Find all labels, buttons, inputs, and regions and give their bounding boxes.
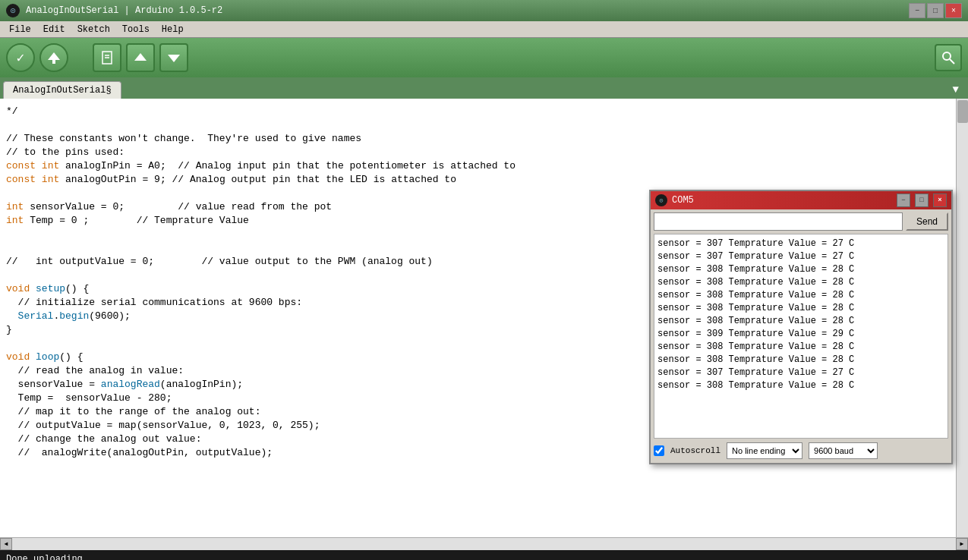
line-ending-select[interactable]: No line ending Newline Carriage return B… — [727, 442, 802, 459]
com-output-line-10: sensor = 307 Temprature Value = 27 C — [657, 367, 944, 379]
minimize-button[interactable]: − — [909, 3, 925, 18]
verify-button[interactable]: ✓ — [6, 43, 35, 72]
com-output-line-6: sensor = 308 Temprature Value = 28 C — [657, 315, 944, 328]
menu-edit[interactable]: Edit — [37, 23, 71, 36]
upload-button[interactable] — [39, 43, 68, 72]
window-controls: − □ × — [909, 3, 962, 18]
autoscroll-label: Autoscroll — [670, 446, 720, 455]
tab-analog-in-out-serial[interactable]: AnalogInOutSerial§ — [3, 81, 121, 99]
menu-bar: File Edit Sketch Tools Help — [0, 21, 968, 38]
console-area: Done uploading. Binary sketch size: 2,65… — [0, 549, 968, 560]
svg-marker-6 — [168, 55, 180, 62]
com-send-button[interactable]: Send — [906, 212, 948, 231]
app-logo — [6, 4, 20, 17]
autoscroll-checkbox[interactable] — [654, 445, 664, 456]
scroll-track[interactable] — [12, 538, 956, 550]
new-button[interactable] — [93, 43, 121, 72]
menu-help[interactable]: Help — [156, 23, 190, 36]
svg-point-7 — [943, 52, 951, 60]
tab-dropdown-arrow[interactable]: ▼ — [947, 80, 965, 99]
console-line-1: Done uploading. — [6, 552, 962, 560]
svg-line-8 — [950, 59, 954, 64]
com-output-line-2: sensor = 308 Temprature Value = 28 C — [657, 263, 944, 276]
com-close-button[interactable]: × — [933, 193, 947, 207]
scroll-right-arrow[interactable]: ▶ — [956, 538, 968, 550]
com-output-line-1: sensor = 307 Temprature Value = 27 C — [657, 250, 944, 263]
com-output: sensor = 307 Temprature Value = 27 C sen… — [654, 234, 948, 439]
menu-sketch[interactable]: Sketch — [71, 23, 116, 36]
com-footer: Autoscroll No line ending Newline Carria… — [651, 439, 951, 463]
com-window: ⊙ COM5 − □ × Send sensor = 307 Tempratur… — [649, 190, 953, 464]
com-output-line-7: sensor = 309 Temprature Value = 29 C — [657, 328, 944, 341]
scroll-left-arrow[interactable]: ◀ — [0, 538, 12, 550]
com-output-line-9: sensor = 308 Temprature Value = 28 C — [657, 354, 944, 367]
search-button[interactable] — [935, 44, 962, 71]
tab-bar: AnalogInOutSerial§ ▼ — [0, 77, 968, 99]
com-output-line-3: sensor = 308 Temprature Value = 28 C — [657, 276, 944, 289]
horizontal-scrollbar[interactable]: ◀ ▶ — [0, 537, 968, 549]
save-button[interactable] — [159, 43, 188, 72]
com-minimize-button[interactable]: − — [897, 193, 910, 207]
menu-tools[interactable]: Tools — [116, 23, 156, 36]
title-text: AnalogInOutSerial | Arduino 1.0.5-r2 — [26, 5, 903, 16]
com-title-text: COM5 — [672, 195, 892, 206]
com-output-line-4: sensor = 308 Temprature Value = 28 C — [657, 289, 944, 302]
svg-marker-0 — [48, 52, 60, 60]
com-output-line-5: sensor = 308 Temprature Value = 28 C — [657, 302, 944, 315]
menu-file[interactable]: File — [3, 23, 37, 36]
baud-rate-select[interactable]: 300 baud 1200 baud 2400 baud 4800 baud 9… — [809, 442, 878, 459]
com-output-line-8: sensor = 308 Temprature Value = 28 C — [657, 341, 944, 354]
com-title-bar: ⊙ COM5 − □ × — [651, 191, 951, 209]
com-input-field[interactable] — [654, 212, 903, 231]
com-output-line-11: sensor = 308 Temprature Value = 28 C — [657, 379, 944, 392]
maximize-button[interactable]: □ — [927, 3, 944, 18]
code-line: */ // These constants won't change. They… — [6, 105, 516, 458]
title-bar: AnalogInOutSerial | Arduino 1.0.5-r2 − □… — [0, 0, 968, 21]
open-button[interactable] — [126, 43, 155, 72]
vertical-scrollbar[interactable] — [956, 99, 968, 537]
svg-rect-1 — [52, 60, 55, 64]
svg-marker-5 — [134, 53, 147, 61]
com-logo: ⊙ — [655, 194, 667, 206]
close-button[interactable]: × — [945, 3, 962, 18]
scrollbar-thumb[interactable] — [957, 100, 968, 123]
com-output-line-0: sensor = 307 Temprature Value = 27 C — [657, 238, 944, 250]
com-input-row: Send — [651, 209, 951, 234]
com-maximize-button[interactable]: □ — [915, 193, 929, 207]
toolbar: ✓ — [0, 38, 968, 77]
